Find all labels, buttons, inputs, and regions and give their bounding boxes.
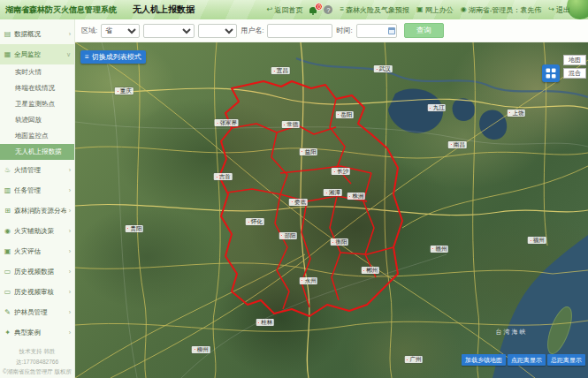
sidebar-item-label: 火灾评估 (14, 247, 66, 256)
sidebar-nav: ▤数据概况›▦全局监控∨实时火情终端在线情况卫星监测热点轨迹回放地面监控点无人机… (0, 19, 75, 378)
global-monitor-icon: ▦ (4, 50, 11, 58)
map-tool-button-2[interactable]: 总距离显示 (547, 354, 585, 366)
chevron-right-icon: › (69, 329, 71, 336)
history-video-data-icon: ▭ (4, 268, 11, 276)
submenu-item[interactable]: 轨迹回放 (0, 112, 74, 128)
sidebar-item-task-management[interactable]: ▥任务管理› (0, 180, 74, 200)
forecast-link[interactable]: ≡ 森林火险及气象预报 (340, 5, 409, 15)
map-tool-buttons: 加载乡镇地图点距离显示总距离显示 (462, 354, 585, 366)
sidebar-item-label: 火情管理 (14, 166, 66, 175)
fire-management-icon: ♨ (4, 166, 11, 174)
copyright-text: ©湖南省应急管理厅 版权所有 (2, 367, 73, 378)
home-link[interactable]: ↩ 返回首页 (267, 5, 303, 15)
chevron-right-icon: › (69, 248, 71, 254)
support-text: 技术支持 韩胜达:17708482766 (2, 346, 73, 367)
chevron-right-icon: › (69, 208, 71, 214)
filter-bar: 区域: 省 用户名: 时间: 查询 (75, 19, 588, 42)
sidebar-item-data-overview[interactable]: ▤数据概况› (0, 24, 74, 44)
fire-assessment-icon: ▣ (4, 247, 11, 255)
task-management-icon: ▥ (4, 186, 11, 194)
sidebar-item-label: 全局监控 (14, 50, 64, 59)
notification-bell-button[interactable]: 0 (309, 7, 317, 13)
submenu-item[interactable]: 无人机上报数据 (0, 144, 74, 160)
notification-badge: 0 (315, 3, 323, 11)
help-button[interactable]: ? (324, 5, 332, 14)
time-field (356, 24, 397, 38)
logout-icon: ↪ (548, 6, 554, 13)
sidebar-item-history-video-data[interactable]: ▭历史视频数据› (0, 261, 74, 282)
user-account[interactable]: ◉ 湖南省-管理员：袁先伟 (461, 5, 542, 15)
map-tool-button-0[interactable]: 加载乡镇地图 (462, 354, 506, 366)
page-title: 无人机上报数据 (133, 4, 195, 16)
submenu-item[interactable]: 卫星监测热点 (0, 96, 74, 112)
map-tool-button-1[interactable]: 点距离显示 (508, 354, 546, 366)
back-arrow-icon: ↩ (267, 6, 273, 13)
submenu-item[interactable]: 地面监控点 (0, 128, 74, 144)
sidebar-item-label: 历史视频数据 (14, 268, 66, 276)
sidebar-item-label: 典型案例 (14, 329, 66, 337)
username-label: 用户名: (241, 26, 263, 35)
map-decoration-layer (75, 42, 588, 378)
grid-icon (546, 68, 556, 79)
data-overview-icon: ▤ (4, 30, 11, 38)
sidebar-item-label: 火灾辅助决策 (14, 227, 66, 236)
user-icon: ◉ (461, 6, 467, 13)
sidebar-item-fire-assessment[interactable]: ▣火灾评估› (0, 241, 74, 261)
switch-list-mode-button[interactable]: ≡ 切换成列表模式 (80, 50, 146, 64)
sidebar-item-label: 任务管理 (14, 186, 66, 195)
city-select[interactable] (143, 24, 195, 38)
username-input[interactable] (267, 24, 332, 38)
time-label: 时间: (336, 26, 352, 35)
list-mode-icon: ≡ (85, 54, 89, 61)
calendar-icon[interactable] (388, 27, 395, 34)
ranger-management-icon: ✎ (4, 308, 11, 316)
sidebar-item-history-video-review[interactable]: ▭历史视频审核› (0, 282, 74, 302)
province-select[interactable]: 省 (101, 24, 140, 38)
chevron-right-icon: › (69, 289, 71, 295)
decision-support-icon: ◉ (4, 227, 11, 235)
county-select[interactable] (198, 24, 237, 38)
sidebar-item-label: 森林消防资源分布 (14, 207, 66, 215)
sidebar-item-typical-cases[interactable]: ✦典型案例› (0, 322, 74, 343)
resource-distribution-icon: ⊞ (4, 207, 11, 215)
history-video-review-icon: ▭ (4, 288, 11, 296)
chevron-right-icon: › (69, 309, 71, 315)
map-canvas[interactable]: 张家界常德岳阳益阳长沙湘潭株洲娄底邵阳怀化吉首衡阳永州郴州宜昌武汉九江南昌重庆贵… (75, 42, 588, 378)
sidebar-item-label: 护林员管理 (14, 308, 66, 317)
main-content: 区域: 省 用户名: 时间: 查询 (75, 19, 588, 378)
region-label: 区域: (81, 26, 97, 35)
sidebar-item-resource-distribution[interactable]: ⊞森林消防资源分布› (0, 200, 74, 221)
sidebar-item-decision-support[interactable]: ◉火灾辅助决策› (0, 221, 74, 241)
online-office-link[interactable]: ▣ 网上办公 (416, 5, 454, 15)
submenu-item[interactable]: 实时火情 (0, 64, 74, 80)
sidebar-item-ranger-management[interactable]: ✎护林员管理› (0, 302, 74, 322)
chevron-right-icon: › (69, 167, 71, 173)
query-button[interactable]: 查询 (404, 23, 444, 38)
chevron-right-icon: › (69, 31, 71, 37)
chevron-down-icon: ∨ (66, 51, 71, 58)
layers-grid-button[interactable] (542, 64, 560, 82)
typical-cases-icon: ✦ (4, 329, 11, 336)
list-icon: ≡ (340, 6, 344, 13)
layer-map-button[interactable]: 地图 (563, 55, 586, 65)
submenu-item[interactable]: 终端在线情况 (0, 80, 74, 96)
sidebar-item-global-monitor[interactable]: ▦全局监控∨ (0, 44, 74, 64)
sidebar-item-label: 数据概况 (14, 30, 66, 39)
logout-link[interactable]: ↪ 退出 (548, 5, 570, 15)
header-links: ↩ 返回首页 0 ? ≡ 森林火险及气象预报 ▣ 网上办公 ◉ 湖南省-管理员：… (267, 5, 583, 15)
monitor-icon: ▣ (416, 6, 424, 13)
chevron-right-icon: › (69, 228, 71, 234)
sidebar-item-fire-management[interactable]: ♨火情管理› (0, 160, 74, 180)
chevron-right-icon: › (69, 187, 71, 193)
system-title: 湖南省森林防灭火信息管理系统 (5, 4, 117, 16)
sidebar-menu: ▤数据概况›▦全局监控∨实时火情终端在线情况卫星监测热点轨迹回放地面监控点无人机… (0, 24, 74, 343)
top-header: 湖南省森林防灭火信息管理系统 无人机上报数据 ↩ 返回首页 0 ? ≡ 森林火险… (0, 0, 588, 19)
boundary-layer (219, 81, 402, 316)
layer-hybrid-button[interactable]: 混合 (563, 68, 586, 79)
sidebar-item-label: 历史视频审核 (14, 288, 66, 297)
map-layer-control: 地图 混合 (542, 55, 586, 82)
sidebar-footer: 技术支持 韩胜达:17708482766 ©湖南省应急管理厅 版权所有 (0, 343, 74, 378)
chevron-right-icon: › (69, 268, 71, 275)
